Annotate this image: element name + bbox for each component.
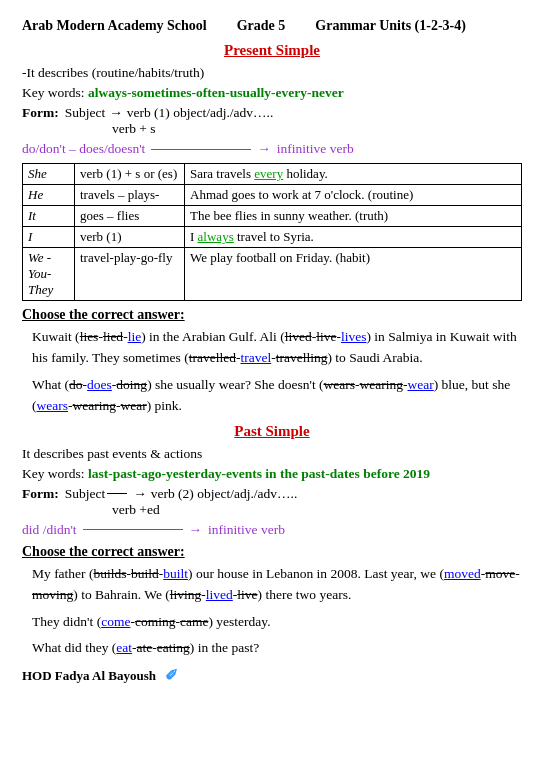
verb-s-line: verb + s [112,121,522,137]
wearing-word2: wearing [72,398,115,413]
past-description: It describes past events & actions [22,446,522,462]
past-keywords-line: Key words: last-past-ago-yesterday-event… [22,466,522,482]
keywords-label: Key words: [22,85,85,100]
lived-word: lived [285,329,312,344]
travelling-word: travelling [276,350,328,365]
form-subject: Subject [65,105,106,121]
past-form-line: Form: Subject verb (2) object/adj./adv….… [22,486,522,502]
did-arrow-icon [189,522,203,538]
infinitive-verb-label: infinitive verb [277,141,354,157]
did-dotted-line [83,529,183,530]
past-form-verb: verb (2) object/adj./adv….. [151,486,298,502]
built-word: built [163,566,188,581]
do-dont-line: do/don't – does/doesn't infinitive verb [22,141,522,157]
present-simple-title: Present Simple [22,42,522,59]
past-infinitive-label: infinitive verb [208,522,285,538]
did-didnt-label: did /didn't [22,522,77,538]
do-word: do [69,377,83,392]
table-cell-1-0: He [23,185,75,206]
table-cell-1-1: travels – plays- [75,185,185,206]
present-keywords: always-sometimes-often-usually-every-nev… [88,85,344,100]
hod-line: HOD Fadya Al Bayoush ✏ [22,665,522,684]
do-dont-label: do/don't – does/doesn't [22,141,145,157]
doing-word: doing [116,377,147,392]
past-exercise2: They didn't (come-coming-came) yesterday… [32,612,522,633]
table-cell-0-0: She [23,164,75,185]
wears-word1: wears [324,377,355,392]
wear-word2: wear [120,398,146,413]
table-cell-4-1: travel-play-go-fly [75,248,185,301]
past-keywords: last-past-ago-yesterday-events in the pa… [88,466,430,481]
builds-word: builds [93,566,126,581]
table-cell-3-1: verb (1) [75,227,185,248]
table-cell-3-2: I always travel to Syria. [185,227,522,248]
school-name: Arab Modern Academy School [22,18,207,34]
lived-word2: lived [206,587,233,602]
lives-word: lives [341,329,367,344]
coming-word: coming [135,614,176,629]
moving-word: moving [32,587,73,602]
present-form-line: Form: Subject verb (1) object/adj./adv….… [22,105,522,121]
table-cell-2-1: goes – flies [75,206,185,227]
eat-word: eat [116,640,132,655]
grammar-label: Grammar Units (1-2-3-4) [315,18,466,34]
lied-word: lied [103,329,123,344]
does-word: does [87,377,112,392]
past-keywords-label: Key words: [22,466,85,481]
past-form-label: Form: [22,486,59,502]
did-didnt-line: did /didn't infinitive verb [22,522,522,538]
past-form-subject: Subject [65,486,106,502]
ate-word: ate [137,640,153,655]
present-description: -It describes (routine/habits/truth) [22,65,522,81]
pencil-icon: ✏ [160,664,183,687]
header: Arab Modern Academy School Grade 5 Gramm… [22,18,522,34]
present-keywords-line: Key words: always-sometimes-often-usuall… [22,85,522,101]
verb-ed-line: verb +ed [112,502,522,518]
come-word: come [101,614,130,629]
travelled-word: travelled [189,350,236,365]
choose-correct-title-present: Choose the correct answer: [22,307,522,323]
present-exercise2: What (do-does-doing) she usually wear? S… [32,375,522,417]
hod-label: HOD Fadya Al Bayoush [22,668,156,683]
do-dotted-line [151,149,251,150]
do-arrow-icon [257,141,271,157]
table-cell-0-1: verb (1) + s or (es) [75,164,185,185]
present-simple-table: Sheverb (1) + s or (es)Sara travels ever… [22,163,522,301]
table-cell-4-2: We play football on Friday. (habit) [185,248,522,301]
came-word: came [180,614,208,629]
eating-word: eating [157,640,190,655]
past-exercise3: What did they (eat-ate-eating) in the pa… [32,638,522,659]
table-cell-2-0: It [23,206,75,227]
table-cell-1-2: Ahmad goes to work at 7 o'clock. (routin… [185,185,522,206]
wears-word2: wears [37,398,68,413]
verb-s-label: verb + s [112,121,156,136]
lies-word: lies [80,329,99,344]
past-exercise1: My father (builds-build-built) our house… [32,564,522,606]
live-word2: live [237,587,257,602]
table-cell-4-0: We -You-They [23,248,75,301]
move-word: move [485,566,515,581]
moved-word: moved [444,566,481,581]
travel-word: travel [240,350,271,365]
build-word: build [131,566,159,581]
table-cell-3-0: I [23,227,75,248]
choose-correct-title-past: Choose the correct answer: [22,544,522,560]
wear-word: wear [407,377,433,392]
arrow-right-icon [109,105,123,121]
live-word: live [316,329,336,344]
form-verb: verb (1) object/adj./adv….. [127,105,274,121]
wearing-word1: wearing [360,377,403,392]
present-exercise1: Kuwait (lies-lied-lie) in the Arabian Gu… [32,327,522,369]
verb-ed-label: verb +ed [112,502,160,517]
past-arrow-line [107,493,127,494]
living-word: living [170,587,202,602]
past-arrow-right-icon [133,486,147,502]
past-simple-title: Past Simple [22,423,522,440]
table-cell-2-2: The bee flies in sunny weather. (truth) [185,206,522,227]
lie-word: lie [128,329,142,344]
form-label: Form: [22,105,59,121]
table-cell-0-2: Sara travels every holiday. [185,164,522,185]
grade-label: Grade 5 [237,18,286,34]
